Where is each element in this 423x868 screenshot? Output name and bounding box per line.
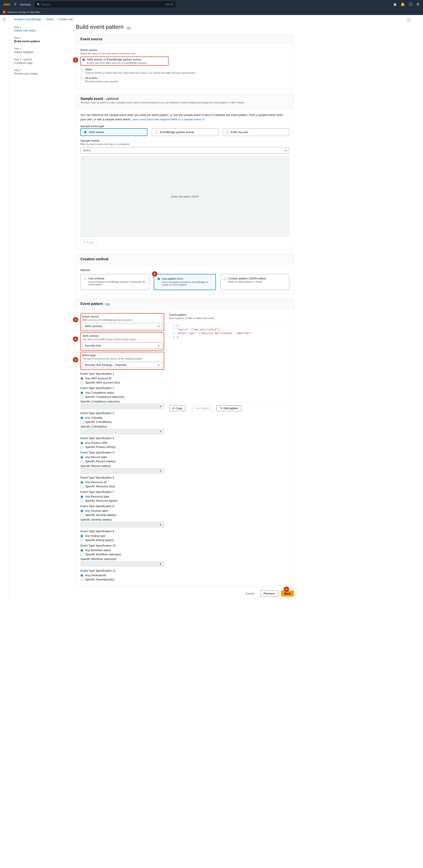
- sample-events-desc: Filter by event source and type or by ke…: [80, 143, 289, 146]
- ep-source-select[interactable]: AWS services ▼: [82, 323, 162, 330]
- info-link[interactable]: Info: [105, 303, 110, 306]
- event-pattern-header: Event pattern Info: [76, 299, 294, 309]
- sample-events-select[interactable]: Select ▼: [80, 147, 289, 154]
- breadcrumb: Amazon EventBridge › Rules › Create rule: [9, 15, 414, 24]
- spec-any-option[interactable]: Any Resource type: [80, 495, 164, 498]
- method-label: Method: [80, 269, 289, 272]
- event-source-label: Event source: [80, 49, 289, 52]
- step-5[interactable]: Step 5 Review and create: [14, 67, 67, 78]
- spec-any-option[interactable]: Any Resource ID: [80, 480, 164, 484]
- spec-multi-select: ▼: [80, 468, 164, 474]
- previous-button[interactable]: Previous: [260, 591, 278, 596]
- spec-specific-option[interactable]: Specific Record state(s): [80, 460, 164, 463]
- sample-type-own[interactable]: Enter my own: [223, 128, 289, 136]
- ep-service-select[interactable]: Security Hub ▼: [82, 342, 162, 349]
- event-source-option-other[interactable]: Other Custom events or events sent from …: [80, 68, 289, 74]
- side-hamburger[interactable]: ☰: [0, 15, 9, 602]
- services-grid-icon[interactable]: ⠿: [14, 2, 17, 6]
- spec-specific-option[interactable]: Specific Workflow status(es): [80, 553, 164, 556]
- creation-method-panel: Creation method Method Use schema Use an…: [76, 254, 294, 294]
- external-link-icon: ⧉: [202, 118, 204, 121]
- spec-specific-option[interactable]: Specific Resource ID(s): [80, 485, 164, 488]
- event-pattern-json: 1{2 "source": ["aws.securityhub"],3 "det…: [169, 321, 289, 403]
- search-icon: 🔍: [37, 3, 40, 6]
- spec-specific-option[interactable]: Specific Product ARN(s): [80, 445, 164, 448]
- spec-any-option[interactable]: Any Criticality: [80, 416, 164, 420]
- top-nav: aws ⠿ Services 🔍 [Alt+S] ▣ 🔔 ⓘ ⚙: [0, 0, 423, 9]
- learn-more-link[interactable]: Learn more about the required fields in …: [132, 118, 202, 121]
- step-1[interactable]: Step 1 Define rule detail: [14, 24, 67, 34]
- spec-specific-option[interactable]: Specific AWS account ID(s): [80, 381, 164, 384]
- breadcrumb-eventbridge[interactable]: Amazon EventBridge: [14, 18, 41, 21]
- services-link[interactable]: Services: [20, 3, 31, 6]
- step-2[interactable]: Step 2 Build event pattern: [14, 34, 67, 45]
- spec-specific-option[interactable]: Specific Resource type(s): [80, 499, 164, 502]
- notifications-icon[interactable]: 🔔: [400, 2, 405, 7]
- copy-pattern-button[interactable]: ⎘ Copy: [169, 405, 186, 411]
- spec-any-option[interactable]: Any AWS account ID: [80, 377, 164, 380]
- step-3[interactable]: Step 3 Select target(s): [14, 45, 67, 56]
- event-source-radio-all[interactable]: [80, 77, 83, 80]
- ep-type-select[interactable]: Security Hub Findings - Imported ▼: [82, 362, 162, 368]
- event-source-option-aws[interactable]: AWS events or EventBridge partner events…: [82, 58, 167, 64]
- event-source-radio-other[interactable]: [80, 68, 83, 71]
- search-input[interactable]: [41, 3, 165, 6]
- breadcrumb-rules[interactable]: Rules: [46, 18, 54, 21]
- info-link[interactable]: Info: [126, 26, 131, 29]
- spec-specific-option[interactable]: Specific Severity label(s): [80, 513, 164, 517]
- help-icon[interactable]: ⓘ: [409, 2, 413, 7]
- event-source-option-all[interactable]: All events All events sent to your accou…: [80, 76, 289, 83]
- spec-multi-label: Specific Severity label(s): [80, 518, 164, 521]
- ep-service-label: AWS service: [82, 334, 162, 338]
- spec-specific-option[interactable]: Specific GeneratorId(s): [80, 578, 164, 581]
- chevron-right-icon: ›: [43, 18, 44, 21]
- event-pattern-panel: Event pattern Info 3 Event source AWS se…: [76, 299, 294, 586]
- sub-nav-link[interactable]: Resource Groups & Tag Editor: [7, 11, 40, 13]
- cancel-button[interactable]: Cancel: [242, 591, 257, 596]
- sample-type-aws[interactable]: AWS events: [80, 128, 147, 136]
- edit-pattern-button[interactable]: ✎ Edit pattern: [217, 405, 242, 411]
- spec-title: Event Type Specification 2: [80, 386, 164, 390]
- method-custom-json[interactable]: Custom pattern (JSON editor) Write an ev…: [220, 274, 289, 290]
- event-source-radio-aws[interactable]: [82, 58, 85, 61]
- spec-specific-option[interactable]: Specific finding type(s): [80, 538, 164, 542]
- spec-multi-select: ▼: [80, 561, 164, 567]
- spec-any-option[interactable]: Any Record state: [80, 456, 164, 459]
- event-type-spec: Event Type Specification 10 Any Workflow…: [80, 544, 164, 567]
- spec-any-option[interactable]: Any finding type: [80, 534, 164, 537]
- spec-multi-select: ▼: [80, 404, 164, 409]
- event-type-spec: Event Type Specification 8 Any Severity …: [80, 504, 164, 527]
- sample-event-panel: Sample event - optional You don't have t…: [76, 94, 294, 249]
- spec-any-option[interactable]: Any Severity label: [80, 509, 164, 513]
- spec-multi-label: Specific Compliance status(es): [80, 400, 164, 403]
- spec-specific-option[interactable]: Specific Compliance status(es): [80, 395, 164, 399]
- spec-any-option[interactable]: Any GeneratorId: [80, 574, 164, 577]
- chevron-down-icon: ▼: [159, 469, 162, 472]
- spec-multi-label: Specific Record state(s): [80, 464, 164, 468]
- sample-type-partner[interactable]: EventBridge partner events: [152, 128, 218, 136]
- test-pattern-button: ▷ Test pattern: [189, 405, 214, 411]
- cloudshell-icon[interactable]: ▣: [393, 2, 397, 7]
- line-number: 1: [82, 158, 84, 160]
- chevron-down-icon: ▼: [158, 344, 160, 347]
- annotation-2: 2: [152, 271, 157, 277]
- spec-multi-select: ▼: [80, 429, 164, 434]
- method-pattern-form[interactable]: Use pattern form Use a template provided…: [154, 274, 216, 290]
- annotation-1: 1: [73, 57, 78, 63]
- sample-event-json-editor[interactable]: 1 Enter the event JSON: [80, 156, 289, 237]
- ep-source-label: Event source: [82, 315, 162, 318]
- recent-icon[interactable]: 🕓: [407, 18, 411, 22]
- step-4[interactable]: Step 4 - optional Configure tags: [14, 56, 67, 67]
- spec-specific-option[interactable]: Specific Criticalit(ies): [80, 420, 164, 424]
- spec-any-option[interactable]: Any Product ARN: [80, 441, 164, 444]
- event-type-spec: Event Type Specification 9 Any finding t…: [80, 530, 164, 542]
- spec-any-option[interactable]: Any Compliance status: [80, 391, 164, 394]
- spec-title: Event Type Specification 9: [80, 530, 164, 533]
- settings-icon[interactable]: ⚙: [416, 2, 420, 7]
- chevron-right-icon: ›: [56, 18, 57, 21]
- method-use-schema[interactable]: Use schema Use an Amazon EventBridge sch…: [80, 274, 149, 290]
- search-box[interactable]: 🔍 [Alt+S]: [35, 1, 176, 7]
- event-source-panel: Event source Event source Select the eve…: [76, 34, 294, 89]
- event-type-spec: Event Type Specification 5 Any Record st…: [80, 451, 164, 474]
- spec-any-option[interactable]: Any Workflow status: [80, 549, 164, 552]
